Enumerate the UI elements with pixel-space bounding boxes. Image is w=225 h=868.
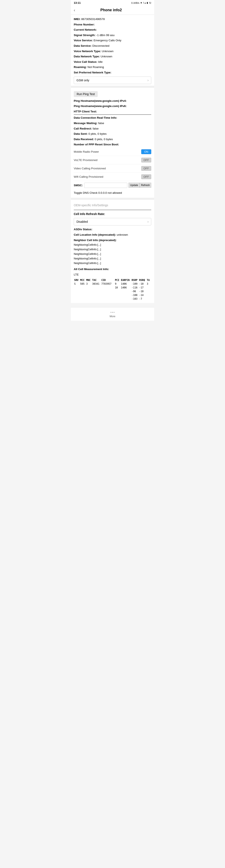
data-received-label: Data Received:: [74, 137, 94, 141]
ping-ipv4-row: Ping Hostname(www.google.com) IPv4:: [74, 99, 151, 103]
bottom-bar: ⋯ More: [71, 307, 154, 321]
call-redirect-row: Call Redirect: false: [74, 126, 151, 131]
cell-table-body: S 505 3 30341 7783957 9 1406 -109 -10 3 …: [74, 282, 151, 301]
cell-cid: 7783957: [101, 282, 113, 285]
more-label[interactable]: More: [109, 315, 115, 318]
set-preferred-label: Set Preferred Network Type:: [74, 71, 111, 74]
wifi-calling-toggle[interactable]: OFF: [141, 174, 151, 179]
neighbor-cell-item: NeighboringCellInfo:[...]: [74, 243, 151, 247]
cell-rsrp: -108: [132, 293, 139, 297]
cell-mcc: 505: [80, 282, 86, 285]
oem-info-button[interactable]: OEM-specific Info/Settings: [74, 202, 151, 209]
wifi-calling-toggle-row: Wifi Calling Provisioned OFF: [74, 173, 151, 181]
cell-measurement-label: All Cell Measurement Info:: [74, 268, 109, 271]
smsc-buttons: Update Refresh: [129, 183, 151, 188]
run-ping-test-button[interactable]: Run Ping Test: [74, 91, 98, 97]
table-row: 10 1406 -116 -17: [74, 286, 151, 289]
section-divider-2: [71, 198, 154, 200]
voice-network-type-row: Voice Network Type: Unknown: [74, 49, 151, 54]
table-row: -103 -7: [74, 297, 151, 301]
cell-info-refresh-dropdown[interactable]: Disabled ›: [74, 218, 151, 225]
neighbor-cells-list: NeighboringCellInfo:[...]NeighboringCell…: [74, 243, 151, 265]
col-pci: PCI: [115, 278, 121, 282]
col-srv: SRV: [74, 278, 80, 282]
back-button[interactable]: ‹: [74, 8, 75, 12]
set-preferred-row: Set Preferred Network Type:: [74, 70, 151, 75]
cell-ta: 3: [147, 282, 151, 285]
roaming-value: Not Roaming: [88, 65, 104, 69]
signal-strength-value: -1 dBm 99 asu: [96, 34, 115, 37]
chevron-right-icon-2: ›: [148, 220, 149, 223]
ping-ipv6-row: Ping Hostname(www.google.com) IPv6:: [74, 104, 151, 108]
cell-measurement-section: All Cell Measurement Info: LTE SRV MCC M…: [74, 267, 151, 301]
neighbor-cell-item: NeighboringCellInfo:[...]: [74, 247, 151, 251]
cell-rsrp: -96: [132, 290, 139, 293]
cell-srv: S: [74, 282, 80, 285]
network-type-value: GSM only: [76, 79, 89, 82]
video-calling-toggle-row: Video Calling Provisioned OFF: [74, 164, 151, 173]
col-ta: TA: [147, 278, 151, 282]
data-received-value: 0 pkts, 0 bytes: [95, 137, 113, 141]
cell-technology: LTE: [74, 273, 79, 276]
ppp-reset-label: Number of PPP Reset Since Boot:: [74, 143, 119, 146]
network-type-dropdown[interactable]: GSM only ›: [74, 76, 151, 84]
phone-number-row: Phone Number:: [74, 22, 151, 27]
main-content: IMEI: 867305031496578 Phone Number: Curr…: [71, 15, 154, 303]
bluetooth-icon: ★: [140, 1, 142, 4]
data-network-type-value: Unknown: [101, 55, 112, 58]
roaming-row: Roaming: Not Roaming: [74, 65, 151, 69]
section-divider-1: [71, 86, 154, 88]
network-speed: 0.1KB/s: [131, 2, 139, 4]
data-network-type-row: Data Network Type: Unknown: [74, 54, 151, 59]
phone-number-label: Phone Number:: [74, 23, 95, 26]
voice-call-status-row: Voice Call Status: Idle: [74, 60, 151, 64]
smsc-refresh-button[interactable]: Refresh: [139, 183, 151, 188]
imei-value: 867305031496578: [81, 18, 105, 21]
voice-service-label: Voice Service:: [74, 39, 93, 42]
table-row: -96 -10: [74, 290, 151, 293]
message-waiting-label: Message Waiting:: [74, 122, 97, 125]
cell-rsrp: -103: [132, 297, 139, 301]
neighbor-cell-label: Neighbor Cell Info (deprecated):: [74, 239, 117, 242]
voice-call-status-label: Voice Call Status:: [74, 60, 97, 63]
status-time: 13:11: [74, 1, 81, 4]
neighbor-cell-item: NeighboringCellInfo:[...]: [74, 256, 151, 261]
mobile-radio-toggle[interactable]: ON: [141, 149, 151, 154]
voice-network-type-value: Unknown: [102, 50, 114, 53]
col-spacer: [114, 278, 115, 282]
data-service-row: Data Service: Disconnected: [74, 43, 151, 48]
table-header-row: SRV MCC MNC TAC CID PCI EARFCN RSRP RSRQ…: [74, 278, 151, 282]
message-waiting-value: false: [98, 122, 104, 125]
col-earfcn: EARFCN: [121, 278, 131, 282]
cell-rsrq: -17: [139, 286, 146, 289]
cell-info-refresh-label: Cell Info Refresh Rate:: [74, 212, 105, 216]
status-bar: 13:11 0.1KB/s ★ Ⅰ ▴ ▮ 72: [71, 0, 154, 6]
cell-pci: 9: [115, 282, 121, 285]
signal-strength-row: Signal Strength: -1 dBm 99 asu: [74, 33, 151, 37]
dns-value: 0.0.0.0 not allowed: [98, 191, 122, 194]
volte-label: VoLTE Provisioned: [74, 158, 97, 162]
ping-ipv6-label: Ping Hostname(www.google.com) IPv6:: [74, 104, 127, 107]
imei-row: IMEI: 867305031496578: [74, 17, 151, 22]
cell-rsrq: -14: [139, 293, 146, 297]
cell-measurement-table: SRV MCC MNC TAC CID PCI EARFCN RSRP RSRQ…: [74, 278, 151, 301]
smsc-update-button[interactable]: Update: [129, 183, 139, 188]
data-connection-title-row: Data Connection Real-Time Info:: [74, 116, 151, 120]
video-calling-toggle[interactable]: OFF: [141, 166, 151, 171]
cell-mnc: 3: [86, 282, 92, 285]
cell-rsrq: -10: [139, 282, 146, 285]
smsc-input[interactable]: [84, 183, 128, 188]
cell-location-row: Cell Location Info (deprecated): unknown: [74, 232, 151, 237]
smsc-label: SMSC:: [74, 184, 83, 187]
cell-measurement-title: All Cell Measurement Info:: [74, 267, 151, 272]
cell-earfcn: 1406: [121, 286, 131, 289]
data-received-row: Data Received: 0 pkts, 0 bytes: [74, 137, 151, 142]
cell-location-label: Cell Location Info (deprecated):: [74, 233, 116, 236]
col-mnc: MNC: [86, 278, 92, 282]
call-redirect-value: false: [93, 127, 99, 130]
cell-pci: 10: [115, 286, 121, 289]
volte-toggle[interactable]: OFF: [141, 158, 151, 162]
voice-network-type-label: Voice Network Type:: [74, 50, 101, 53]
page-header: ‹ Phone info2: [71, 6, 154, 15]
cell-earfcn: [121, 297, 131, 301]
